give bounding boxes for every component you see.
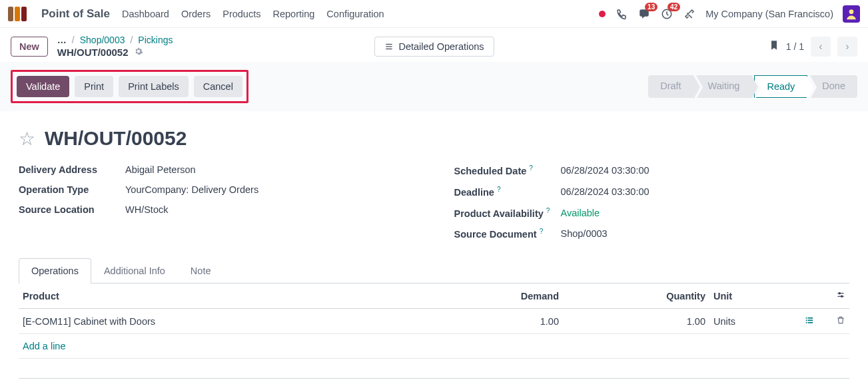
status-ready[interactable]: Ready — [754, 75, 807, 98]
pager-prev-button[interactable]: ‹ — [811, 37, 831, 57]
messages-icon[interactable]: 13 — [638, 7, 651, 21]
topbar: Point of Sale Dashboard Orders Products … — [0, 0, 868, 28]
breadcrumb-pickings[interactable]: Pickings — [138, 35, 173, 45]
new-button[interactable]: New — [11, 37, 48, 57]
svg-rect-14 — [808, 322, 813, 323]
deadline-value[interactable]: 06/28/2024 03:30:00 — [561, 186, 650, 197]
status-bar: Draft Waiting Ready Done — [646, 75, 857, 98]
svg-rect-12 — [808, 317, 813, 319]
deadline-label: Deadline ? — [454, 186, 561, 198]
detailed-operations-label: Detailed Operations — [398, 41, 484, 52]
svg-rect-10 — [806, 320, 807, 321]
nav-orders[interactable]: Orders — [181, 9, 211, 19]
col-unit[interactable]: Unit — [709, 284, 796, 309]
svg-point-7 — [839, 293, 840, 294]
gear-icon[interactable] — [134, 47, 143, 58]
app-logo[interactable] — [8, 7, 27, 21]
status-waiting[interactable]: Waiting — [696, 75, 752, 98]
add-line-link[interactable]: Add a line — [23, 341, 66, 351]
availability-label: Product Availability ? — [454, 207, 561, 219]
activities-icon[interactable]: 42 — [660, 7, 673, 21]
svg-rect-13 — [808, 320, 813, 321]
app-title[interactable]: Point of Sale — [41, 7, 110, 21]
cancel-button[interactable]: Cancel — [194, 76, 242, 97]
cell-demand[interactable]: 1.00 — [470, 309, 563, 334]
source-document-value[interactable]: Shop/0003 — [561, 228, 608, 239]
cell-product[interactable]: [E-COM11] Cabinet with Doors — [19, 309, 470, 334]
messages-badge: 13 — [645, 3, 657, 11]
list-icon — [384, 42, 393, 51]
operation-type-value[interactable]: YourCompany: Delivery Orders — [125, 184, 258, 195]
delete-icon[interactable] — [823, 309, 849, 334]
company-selector[interactable]: My Company (San Francisco) — [705, 9, 833, 19]
print-labels-button[interactable]: Print Labels — [119, 76, 189, 97]
col-quantity[interactable]: Quantity — [563, 284, 709, 309]
nav-products[interactable]: Products — [222, 9, 260, 19]
nav-configuration[interactable]: Configuration — [326, 9, 384, 19]
breadcrumb-current: WH/OUT/00052 — [57, 47, 129, 58]
table-row[interactable]: [E-COM11] Cabinet with Doors 1.00 1.00 U… — [19, 309, 849, 334]
operations-table: Product Demand Quantity Unit [E-COM11] C… — [19, 284, 849, 379]
tools-icon[interactable] — [683, 7, 696, 21]
pager-next-button[interactable]: › — [837, 37, 857, 57]
print-button[interactable]: Print — [75, 76, 113, 97]
operation-type-label: Operation Type — [19, 184, 125, 195]
user-avatar[interactable] — [843, 5, 860, 23]
pager-text: 1 / 1 — [786, 41, 804, 52]
settings-icon[interactable] — [836, 291, 845, 301]
table-row-add: Add a line — [19, 334, 849, 359]
nav-reporting[interactable]: Reporting — [272, 9, 314, 19]
breadcrumb-ellipsis[interactable]: … — [57, 35, 67, 45]
topbar-right: 13 42 My Company (San Francisco) — [599, 5, 860, 23]
nav-dashboard[interactable]: Dashboard — [122, 9, 169, 19]
actionbar: Validate Print Print Labels Cancel Draft… — [0, 62, 868, 111]
tab-additional-info[interactable]: Additional Info — [91, 258, 178, 283]
source-location-value[interactable]: WH/Stock — [125, 204, 168, 215]
source-location-label: Source Location — [19, 204, 125, 215]
status-done[interactable]: Done — [810, 75, 857, 98]
delivery-address-label: Delivery Address — [19, 164, 125, 175]
activities-badge: 42 — [667, 3, 680, 11]
col-demand[interactable]: Demand — [470, 284, 563, 309]
form-content: ☆ WH/OUT/00052 Delivery AddressAbigail P… — [0, 111, 868, 388]
phone-icon[interactable] — [615, 7, 628, 21]
breadcrumb: … / Shop/0003 / Pickings WH/OUT/00052 — [57, 35, 173, 58]
tab-operations[interactable]: Operations — [19, 258, 91, 284]
star-icon[interactable]: ☆ — [19, 128, 35, 150]
availability-value: Available — [561, 208, 600, 218]
svg-point-8 — [841, 295, 843, 297]
cell-unit[interactable]: Units — [709, 309, 796, 334]
detailed-operations-button[interactable]: Detailed Operations — [374, 37, 494, 57]
svg-rect-9 — [806, 317, 807, 319]
breadcrumb-shop[interactable]: Shop/0003 — [80, 35, 125, 45]
svg-rect-11 — [806, 322, 807, 323]
delivery-address-value[interactable]: Abigail Peterson — [125, 164, 196, 175]
tabs: Operations Additional Info Note — [19, 258, 849, 284]
status-draft[interactable]: Draft — [648, 75, 693, 98]
recording-dot-icon — [599, 11, 606, 17]
source-document-label: Source Document ? — [454, 228, 561, 240]
highlighted-actions: Validate Print Print Labels Cancel — [11, 70, 248, 103]
subheader: New … / Shop/0003 / Pickings WH/OUT/0005… — [0, 28, 868, 62]
scheduled-date-value[interactable]: 06/28/2024 03:30:00 — [561, 165, 650, 176]
validate-button[interactable]: Validate — [17, 76, 69, 97]
cell-quantity[interactable]: 1.00 — [563, 309, 709, 334]
svg-point-1 — [849, 9, 854, 14]
scheduled-date-label: Scheduled Date ? — [454, 164, 561, 176]
bookmark-icon[interactable] — [769, 40, 779, 53]
col-product[interactable]: Product — [19, 284, 470, 309]
tab-note[interactable]: Note — [178, 258, 224, 283]
details-icon[interactable] — [796, 309, 823, 334]
page-title: WH/OUT/00052 — [45, 127, 187, 150]
